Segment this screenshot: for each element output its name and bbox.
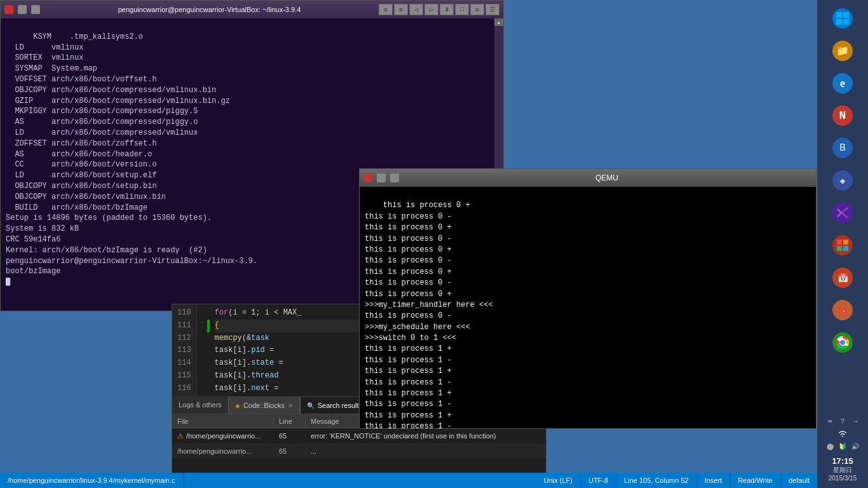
notepad-icon: N [832,105,853,126]
terminal-cursor: █ [6,278,10,287]
sidebar-item-folder[interactable]: 📁 [825,36,860,66]
ie-icon: e [832,73,853,93]
sidebar-item-chrome[interactable] [825,327,860,358]
terminal-minimize-btn[interactable] [18,5,27,14]
terminal-line-17: BUILD arch/x86/boot/bzImage [6,203,147,212]
status-path-text: /home/penguincwarrior/linux-3.9.4/mykern… [8,477,175,484]
sidebar-item-vs[interactable] [825,198,860,228]
terminal-line-16: OBJCOPY arch/x86/boot/vmlinux.bin [6,193,166,201]
tab-codeblocks-close[interactable]: ✕ [288,402,293,409]
qemu-title: QEMU [402,173,812,182]
sidebar-item-ie[interactable]: e [825,68,860,98]
blue-app-icon: B [832,138,853,158]
qemu-line-17: this is process 1 - [365,378,452,387]
wifi-icon[interactable] [837,428,848,438]
sidebar-item-bookmark[interactable]: 🔖 [825,295,860,325]
col-line: Line [274,417,306,425]
right-sidebar: 📁 e N B ◈ 📅 🔖 [817,0,868,488]
toolbar-btn-2[interactable]: ⊞ [394,4,408,15]
terminal-line-6: OBJCOPY arch/x86/boot/compressed/vmlinux… [6,86,216,95]
qemu-line-20: this is process 1 + [365,411,452,420]
sidebar-item-blue[interactable]: B [825,133,860,163]
settings-icon[interactable]: ? [837,416,848,426]
svg-rect-0 [836,12,842,18]
terminal-line-15: OBJCOPY arch/x86/boot/setup.bin [6,182,157,191]
qemu-line-16: this is process 1 + [365,367,452,376]
keyboard-icon[interactable]: ⌨ [825,416,835,426]
terminal-title: penguincwarrior@penguincwarrior-VirtualB… [43,6,376,13]
qemu-titlebar: QEMU [360,169,816,187]
toolbar-btn-1[interactable]: ⊟ [379,4,393,15]
toolbar-btn-5[interactable]: □ [455,4,469,15]
folder-icon: 📁 [832,41,853,61]
error-file-text: /home/penguincwarrio... [186,432,261,440]
sidebar-item-windows[interactable] [825,3,860,34]
terminal-line-1: KSYM .tmp_kallsyms2.o [24,32,143,41]
sidebar-item-3d[interactable]: ◈ [825,165,860,196]
line-numbers: 110111112113114115116 [172,304,197,396]
terminal-line-12: AS arch/x86/boot/header.o [6,150,152,159]
qemu-maximize-btn[interactable] [390,173,399,182]
qemu-line-15: this is process 1 - [365,356,452,365]
qemu-line-7: this is process 0 + [365,268,452,276]
toolbar-btn-3[interactable]: ◁ [409,4,423,15]
qemu-line-21: this is process 1 - [365,422,452,428]
qemu-line-8: this is process 0 - [365,278,452,287]
vs-icon [832,203,853,223]
status-indent: default [781,473,817,488]
status-encoding-text: Unix (LF) [544,477,573,484]
toolbar-btn-6[interactable]: ⚙ [470,4,484,15]
terminal-line-19: System is 832 kB [6,224,79,233]
toolbar-btn-pause[interactable]: ⏸ [440,4,454,15]
qemu-line-10: >>>my_timer_handler here <<< [365,301,493,309]
qemu-close-btn[interactable] [363,173,372,182]
status-access: Read/Write [730,473,781,488]
qemu-line-12: >>>my_schedule here <<< [365,323,470,332]
status-position-text: Line 105, Column 52 [624,477,689,484]
terminal-line-22: penguincwarrior@penguincwarrior-VirtualB… [6,257,257,266]
qemu-minimize-btn[interactable] [377,173,386,182]
circle-icon: ⬤ [825,442,835,452]
terminal-line-3: SORTEX vmlinux [6,53,83,62]
terminal-maximize-btn[interactable] [31,5,40,14]
svg-rect-5 [843,240,848,245]
status-indent-text: default [789,477,810,484]
search-results-icon: 🔍 [307,402,315,409]
tab-codeblocks[interactable]: ◈ Code::Blocks ✕ [228,397,300,414]
status-bar: /home/penguincwarrior/linux-3.9.4/mykern… [0,473,817,488]
svg-rect-2 [836,19,842,25]
error-row-1: ⚠ /home/penguincwarrio... 65 error: 'KER… [172,428,546,444]
qemu-line-6: this is process 0 - [365,256,452,265]
clock-time: 17:15 [829,456,857,466]
arrow-icon[interactable]: → [850,416,860,426]
error-row2-msg: ... [306,447,546,455]
status-mode: Insert [697,473,731,488]
toolbar-btn-7[interactable]: ☰ [485,4,499,15]
calendar-icon: 📅 [832,268,853,288]
warning-icon: ⚠ [177,432,184,440]
toolbar-btn-4[interactable]: ▷ [424,4,438,15]
codeblocks-icon: ◈ [235,402,240,409]
terminal-line-2: LD vmlinux [6,43,83,52]
terminal-line-23: boot/bzImage [6,267,60,276]
terminal-close-btn[interactable] [4,5,13,14]
status-position: Line 105, Column 52 [616,473,697,488]
error-row-2-partial: /home/penguincwarrio... 65 ... [172,444,546,459]
svg-point-9 [840,340,845,345]
svg-rect-4 [837,240,842,245]
error-row2-line: 65 [274,447,306,455]
status-charset-text: UTF-8 [588,477,608,484]
scroll-up-arrow[interactable]: ▲ [494,18,503,26]
bookmark-icon: 🔖 [832,300,853,320]
tab-codeblocks-label: Code::Blocks [243,402,285,409]
svg-rect-3 [843,19,849,25]
shield-icon: 🔰 [837,442,848,452]
col-file: File [172,417,274,425]
sidebar-item-notepad[interactable]: N [825,100,860,131]
sidebar-item-cal[interactable]: 📅 [825,262,860,293]
error-message: error: 'KERN_NOTICE' undeclared (first u… [306,432,546,440]
sidebar-item-grid[interactable] [825,230,860,261]
3d-app-icon: ◈ [832,170,853,191]
status-encoding: Unix (LF) [536,473,581,488]
terminal-line-5: VOFFSET arch/x86/boot/voffset.h [6,75,157,84]
